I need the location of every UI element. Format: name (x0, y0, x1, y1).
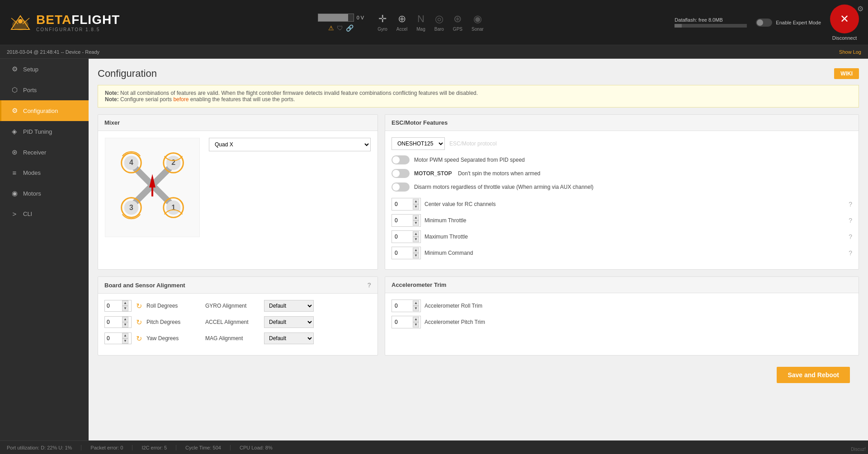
wiki-button[interactable]: WIKI (834, 68, 859, 79)
yaw-up[interactable]: ▲ (122, 333, 128, 338)
mag-align-select[interactable]: DefaultCW 0°CW 90° (264, 332, 314, 344)
roll-up[interactable]: ▲ (122, 300, 128, 306)
sidebar-item-cli[interactable]: > CLI (0, 204, 89, 224)
toggle-motor-pwm: Motor PWM speed Separated from PID speed (392, 155, 852, 164)
max-throttle-input[interactable]: ▲ ▼ (392, 230, 421, 243)
center-rc-input[interactable]: ▲ ▼ (392, 198, 421, 211)
center-rc-down[interactable]: ▼ (413, 204, 419, 210)
min-command-field[interactable] (395, 250, 413, 256)
disarm-toggle[interactable] (392, 183, 410, 192)
pitch-up[interactable]: ▲ (122, 317, 128, 322)
sidebar-item-configuration[interactable]: ⚙ Configuration (0, 100, 89, 121)
pitch-degrees-spinner[interactable]: ▲ ▼ (122, 317, 128, 328)
max-throttle-down[interactable]: ▼ (413, 237, 419, 242)
show-log-link[interactable]: Show Log (839, 49, 861, 55)
yaw-degrees-input[interactable]: ▲ ▼ (104, 332, 132, 344)
center-rc-field[interactable] (395, 201, 413, 207)
header: BETAFLIGHT CONFIGURATOR 1.8.5 0 V ⚠ 🛡 🔗 … (0, 0, 868, 45)
sensor-sonar[interactable]: ◉ Sonar (472, 13, 484, 32)
sidebar-item-ports[interactable]: ⬡ Ports (0, 80, 89, 100)
sensor-accel[interactable]: ⊕ Accel (396, 13, 407, 32)
min-throttle-label: Minimum Throttle (425, 217, 845, 224)
max-throttle-spinner[interactable]: ▲ ▼ (413, 231, 419, 242)
accel-roll-trim-input[interactable]: ▲ ▼ (392, 300, 421, 312)
accel-roll-trim-spinner[interactable]: ▲ ▼ (413, 300, 419, 311)
sidebar-label-modes: Modes (23, 169, 41, 176)
roll-degrees-field[interactable] (105, 302, 122, 310)
sidebar-item-setup[interactable]: ⚙ Setup (0, 59, 89, 80)
esc-protocol-select[interactable]: ONESHOT125 PWM ONESHOT42 MULTISHOT (392, 137, 445, 150)
discuz-watermark: Discuz! (851, 447, 866, 452)
min-throttle-spinner[interactable]: ▲ ▼ (413, 215, 419, 226)
note-box: Note: Not all combinations of features a… (98, 85, 859, 108)
gps-label: GPS (453, 27, 462, 32)
accel-icon: ⊕ (398, 13, 406, 25)
accel-pitch-trim-spinner[interactable]: ▲ ▼ (413, 317, 419, 328)
accel-pitch-down[interactable]: ▼ (413, 322, 419, 328)
pitch-down[interactable]: ▼ (122, 322, 128, 328)
min-throttle-help[interactable]: ? (849, 217, 852, 224)
min-throttle-down[interactable]: ▼ (413, 220, 419, 226)
svg-text:2: 2 (171, 159, 175, 166)
roll-label: Roll Degrees (146, 303, 192, 309)
accel-trim-panel: Accelerometer Trim ▲ ▼ Accelerometer Rol… (385, 276, 859, 356)
yaw-degrees-field[interactable] (105, 334, 122, 342)
content-area: Configuration WIKI Note: Not all combina… (89, 59, 868, 440)
expert-mode-switch[interactable] (756, 19, 772, 27)
sidebar-item-receiver[interactable]: ⊛ Receiver (0, 142, 89, 163)
roll-degrees-input[interactable]: ▲ ▼ (104, 300, 132, 312)
sidebar-item-motors[interactable]: ◉ Motors (0, 183, 89, 204)
gyro-align-select[interactable]: DefaultCW 0°CW 90° (264, 300, 314, 312)
min-command-spinner[interactable]: ▲ ▼ (413, 248, 419, 258)
center-rc-up[interactable]: ▲ (413, 199, 419, 204)
roll-down[interactable]: ▼ (122, 306, 128, 311)
save-reboot-button[interactable]: Save and Reboot (777, 367, 850, 383)
min-command-up[interactable]: ▲ (413, 248, 419, 253)
center-rc-help[interactable]: ? (849, 201, 852, 208)
accel-pitch-trim-input[interactable]: ▲ ▼ (392, 316, 421, 328)
dataflash-area: Dataflash: free 8.0MB (675, 17, 747, 28)
accel-pitch-trim-field[interactable] (395, 319, 413, 325)
sidebar-label-configuration: Configuration (23, 108, 58, 114)
settings-icon[interactable]: ⚙ (857, 5, 863, 13)
alignment-help-icon[interactable]: ? (367, 281, 371, 289)
accel-align-select[interactable]: DefaultCW 0°CW 90° (264, 316, 314, 328)
accel-roll-up[interactable]: ▲ (413, 300, 419, 306)
motor-stop-toggle[interactable] (392, 169, 410, 178)
header-right: Dataflash: free 8.0MB Enable Expert Mode… (675, 5, 859, 41)
voltage-value: 0 V (357, 15, 364, 20)
accel-roll-down[interactable]: ▼ (413, 306, 419, 311)
min-command-input[interactable]: ▲ ▼ (392, 247, 421, 259)
pitch-degrees-field[interactable] (105, 318, 122, 326)
min-throttle-field[interactable] (395, 217, 413, 224)
sidebar-item-modes[interactable]: ≡ Modes (0, 163, 89, 183)
sidebar-label-receiver: Receiver (23, 149, 46, 156)
min-throttle-up[interactable]: ▲ (413, 215, 419, 220)
center-rc-spinner[interactable]: ▲ ▼ (413, 199, 419, 210)
sensor-mag[interactable]: N Mag (416, 13, 425, 32)
accel-roll-trim-field[interactable] (395, 303, 413, 309)
min-command-help[interactable]: ? (849, 249, 852, 257)
sensor-gps[interactable]: ⊛ GPS (453, 13, 462, 32)
center-rc-row: ▲ ▼ Center value for RC channels ? (392, 198, 852, 211)
pitch-degrees-input[interactable]: ▲ ▼ (104, 316, 132, 328)
max-throttle-help[interactable]: ? (849, 233, 852, 240)
disconnect-button[interactable]: ✕ Disconnect (830, 5, 859, 41)
accel-pitch-up[interactable]: ▲ (413, 317, 419, 322)
expert-mode-toggle[interactable]: Enable Expert Mode (756, 19, 821, 27)
motor-pwm-toggle[interactable] (392, 155, 410, 164)
sensor-gyro[interactable]: ✛ Gyro (377, 13, 387, 32)
sidebar-item-pid-tuning[interactable]: ◈ PID Tuning (0, 121, 89, 142)
logo-flight: FLIGHT (71, 13, 120, 27)
cli-icon: > (10, 210, 19, 218)
min-throttle-input[interactable]: ▲ ▼ (392, 214, 421, 227)
yaw-degrees-spinner[interactable]: ▲ ▼ (122, 333, 128, 344)
mixer-type-select[interactable]: Quad X Tricopter Quad + (209, 138, 371, 151)
sensor-baro[interactable]: ◎ Baro (434, 13, 444, 32)
max-throttle-field[interactable] (395, 234, 413, 240)
yaw-down[interactable]: ▼ (122, 338, 128, 344)
roll-degrees-spinner[interactable]: ▲ ▼ (122, 300, 128, 311)
max-throttle-up[interactable]: ▲ (413, 231, 419, 237)
min-command-down[interactable]: ▼ (413, 253, 419, 258)
logo-beta: BETA (36, 13, 71, 27)
